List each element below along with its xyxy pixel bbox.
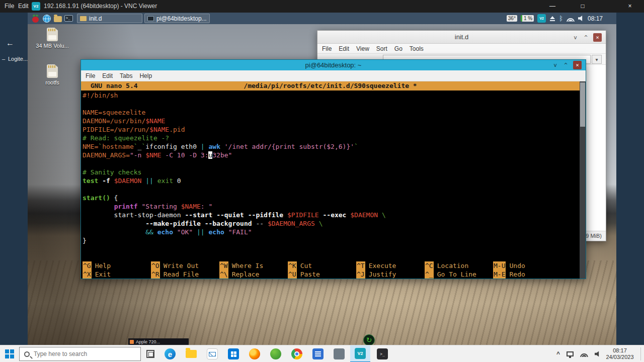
show-desktop-button[interactable] — [640, 347, 641, 360]
fm-menubar: File Edit View Sort Go Tools — [317, 44, 606, 54]
nano-editor[interactable]: GNU nano 5.4 /media/pi/rootfs/etc/init.d… — [81, 81, 586, 279]
wifi-icon[interactable] — [567, 16, 575, 22]
taskbar-gray-app[interactable] — [329, 345, 349, 362]
file-manager-icon[interactable] — [53, 14, 62, 23]
nano-shortcut: M-ERedo — [493, 270, 561, 279]
clock-time: 08:17 — [602, 347, 638, 354]
eject-icon[interactable] — [549, 16, 555, 22]
terminal-titlebar[interactable]: pi@64bitdesktop: ~ v ^ × — [81, 60, 586, 70]
sd-card-icon — [47, 64, 58, 78]
taskbar-firefox[interactable] — [245, 345, 265, 362]
nano-text-area[interactable]: #!/bin/sh NAME=squeezeliteDAEMON=/usr/bi… — [83, 91, 579, 245]
bluetooth-icon[interactable]: ᛒ — [559, 15, 563, 22]
taskbar-window-initd[interactable]: init.d — [77, 14, 142, 23]
chevron-down-icon[interactable]: ▾ — [592, 55, 602, 64]
volume-tray-icon[interactable] — [595, 351, 601, 357]
scrollbar-thumb[interactable] — [580, 82, 585, 127]
display-tray-icon[interactable] — [567, 351, 574, 356]
nano-shortcut: ^XExit — [83, 270, 151, 279]
fm-menu-tools[interactable]: Tools — [410, 45, 424, 52]
terminal-menubar: File Edit Tabs Help — [81, 70, 586, 81]
terminal-menu-edit[interactable]: Edit — [102, 72, 113, 79]
terminal-menu-help[interactable]: Help — [139, 72, 152, 79]
terminal-window-title: pi@64bitdesktop: ~ — [81, 61, 586, 69]
fm-menu-go[interactable]: Go — [394, 45, 403, 52]
minimize-button[interactable]: — — [547, 2, 557, 11]
cpu-usage-widget: 1 % — [521, 15, 534, 22]
taskbar-mail[interactable] — [202, 345, 222, 362]
terminal-scrollbar[interactable] — [580, 81, 586, 279]
minimize-button[interactable]: ^ — [582, 33, 590, 42]
gray-app-icon — [334, 348, 345, 359]
minimize-button[interactable]: ^ — [561, 61, 570, 69]
close-button[interactable]: × — [625, 2, 635, 11]
taskbar-green-app[interactable] — [266, 345, 286, 362]
nano-shortcut: ^GHelp — [83, 261, 151, 270]
taskbar-window-label: pi@64bitdesktop... — [156, 15, 207, 22]
taskbar-edge[interactable]: e — [160, 345, 180, 362]
vnc-server-tray-icon[interactable]: V2 — [537, 14, 546, 23]
nano-filename: /media/pi/rootfs/etc/init.d/S90squeezeli… — [81, 82, 580, 89]
maximize-button[interactable]: □ — [578, 2, 588, 11]
fm-menu-edit[interactable]: Edit — [339, 45, 349, 52]
taskbar-vnc-viewer[interactable]: V2 — [350, 345, 370, 362]
raspberry-menu-icon[interactable] — [31, 14, 40, 23]
taskbar-dark-app[interactable]: >_ — [372, 345, 392, 362]
media-app-icon — [130, 340, 134, 344]
taskbar-store[interactable] — [223, 345, 244, 362]
search-input[interactable] — [34, 350, 124, 357]
vnc-viewer-titlebar[interactable]: File Edit V2 192.168.1.91 (64bitdesktop)… — [0, 0, 644, 13]
back-arrow-icon[interactable]: ← — [6, 39, 14, 48]
fm-menu-file[interactable]: File — [322, 45, 332, 52]
clock-date: 24/03/2023 — [602, 354, 638, 360]
pi-taskbar: >_ init.d pi@64bitdesktop... 36° 1 % V2 … — [28, 13, 616, 24]
nano-shortcut: ^OWrite Out — [151, 261, 219, 270]
tray-expand-icon[interactable]: ^ — [556, 350, 560, 357]
refresh-circle-icon[interactable]: ↻ — [363, 334, 375, 346]
system-tray: ^ — [556, 345, 601, 362]
bookmark-fragment[interactable]: Logite... — [8, 56, 28, 62]
taskbar-chrome[interactable] — [287, 345, 307, 362]
store-icon — [228, 348, 239, 359]
taskbar-file-explorer[interactable] — [181, 345, 201, 362]
desktop-icon-rootfs[interactable]: rootfs — [30, 64, 75, 85]
background-window-fragment[interactable]: Apple 720... — [128, 338, 189, 345]
vnc-menu-file[interactable]: File — [5, 3, 14, 10]
fm-menu-sort[interactable]: Sort — [376, 45, 387, 52]
taskbar-window-terminal[interactable]: pi@64bitdesktop... — [144, 14, 210, 23]
vnc-icon: V2 — [355, 348, 366, 359]
taskbar-blue-app[interactable] — [308, 345, 328, 362]
folder-icon — [186, 350, 197, 358]
close-button[interactable]: × — [573, 61, 582, 69]
terminal-icon[interactable]: >_ — [64, 14, 73, 23]
desktop-icon-volume[interactable]: 34 MB Volu... — [30, 28, 75, 49]
taskbar-window-label: init.d — [89, 15, 102, 22]
nano-shortcut: ^UPaste — [288, 270, 356, 279]
terminal-menu-file[interactable]: File — [86, 72, 95, 79]
dark-app-icon: >_ — [377, 348, 388, 359]
pi-clock[interactable]: 08:17 — [588, 15, 603, 22]
task-view-button[interactable] — [146, 350, 154, 358]
desktop-icon-label: rootfs — [30, 79, 75, 85]
search-icon — [24, 351, 30, 357]
terminal-window: pi@64bitdesktop: ~ v ^ × File Edit Tabs … — [80, 59, 586, 279]
vnc-menu-edit[interactable]: Edit — [18, 3, 29, 10]
dash-icon: – — [2, 56, 5, 62]
shade-button[interactable]: v — [571, 33, 580, 42]
mail-icon — [207, 348, 218, 359]
search-box[interactable] — [19, 347, 141, 361]
volume-icon[interactable] — [578, 16, 584, 22]
nano-shortcut: ^KCut — [288, 261, 356, 270]
shade-button[interactable]: v — [551, 61, 559, 69]
start-button[interactable] — [5, 349, 14, 358]
fm-titlebar[interactable]: init.d v ^ × — [317, 31, 606, 44]
terminal-menu-tabs[interactable]: Tabs — [120, 72, 132, 79]
fm-menu-view[interactable]: View — [356, 45, 369, 52]
windows-clock[interactable]: 08:17 24/03/2023 — [602, 347, 638, 360]
nano-titlebar: GNU nano 5.4 /media/pi/rootfs/etc/init.d… — [81, 81, 580, 90]
network-tray-icon[interactable] — [580, 351, 588, 357]
close-button[interactable]: × — [593, 33, 602, 42]
browser-icon[interactable] — [42, 14, 51, 23]
terminal-icon — [147, 16, 154, 21]
nano-shortcut: ^\Replace — [219, 270, 288, 279]
